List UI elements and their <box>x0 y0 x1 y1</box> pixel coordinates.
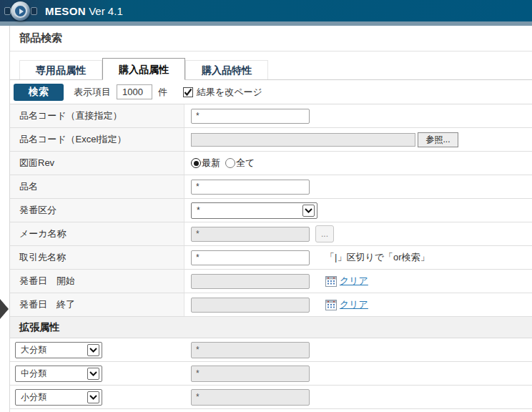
radio-all[interactable] <box>225 158 235 168</box>
tab-strip: 専用品属性 購入品属性 購入品特性 <box>10 52 532 80</box>
clear-start-link[interactable]: クリア <box>340 275 368 288</box>
category-small-value-input <box>191 389 310 406</box>
row-issue-date-end: 発番日 終了 クリア <box>10 293 532 317</box>
category-large-value-input <box>191 342 310 358</box>
name-code-excel-input <box>191 133 415 147</box>
numbering-class-select[interactable]: * <box>191 202 317 219</box>
row-category-small: 小分類 <box>10 386 532 409</box>
field-label: メーカ名称 <box>10 222 184 245</box>
field-label: 発番区分 <box>10 199 184 222</box>
row-drawing-rev: 図面Rev 最新 全て <box>10 152 532 175</box>
search-form: 品名コード（直接指定） 品名コード（Excel指定） 参照... 図面Rev 最… <box>10 104 532 409</box>
field-label: 品名コード（直接指定） <box>10 104 184 127</box>
app-header: MESON Ver 4.1 <box>0 0 532 21</box>
chevron-down-icon <box>87 391 99 403</box>
panel-expand-arrow-icon[interactable] <box>0 299 9 319</box>
chevron-down-icon <box>302 205 315 217</box>
radio-all-label[interactable]: 全て <box>236 157 255 170</box>
tab-dedicated-attributes[interactable]: 専用品属性 <box>19 60 102 79</box>
select-value: 中分類 <box>21 368 46 380</box>
page-title: 部品検索 <box>19 31 62 45</box>
maker-lookup-button[interactable]: ... <box>315 225 334 242</box>
field-label: 図面Rev <box>10 152 184 175</box>
chevron-down-icon <box>87 368 99 380</box>
row-supplier-name: 取引先名称 「|」区切りで「or検索」 <box>10 246 532 270</box>
app-logo-icon <box>4 1 38 21</box>
row-name-code-direct: 品名コード（直接指定） <box>10 104 532 128</box>
clear-end-link[interactable]: クリア <box>340 298 368 311</box>
issue-date-start-input <box>191 274 310 289</box>
browse-button[interactable]: 参照... <box>418 132 458 147</box>
select-value: 大分類 <box>21 344 46 356</box>
app-version: Ver 4.1 <box>89 5 123 17</box>
paginate-label: 結果を改ページ <box>197 86 262 99</box>
unit-label: 件 <box>158 86 167 99</box>
category-medium-select[interactable]: 中分類 <box>15 366 102 382</box>
row-name-code-excel: 品名コード（Excel指定） 参照... <box>10 128 532 152</box>
paginate-checkbox[interactable] <box>183 87 193 97</box>
row-category-medium: 中分類 <box>10 362 532 386</box>
issue-date-end-input <box>191 298 310 313</box>
radio-latest[interactable] <box>191 158 201 168</box>
search-button[interactable]: 検索 <box>14 84 64 101</box>
field-label: 発番日 終了 <box>10 293 184 316</box>
item-name-input[interactable] <box>191 180 310 195</box>
field-label: 発番日 開始 <box>10 270 184 293</box>
row-maker-name: メーカ名称 ... <box>10 222 532 246</box>
logo-left-nub <box>4 7 11 15</box>
logo-right-nub <box>31 7 37 15</box>
app-title: MESON Ver 4.1 <box>45 5 123 17</box>
search-toolbar: 検索 表示項目 件 結果を改ページ <box>10 80 532 104</box>
paginate-checkbox-wrap[interactable]: 結果を改ページ <box>183 86 262 99</box>
app-name: MESON <box>45 5 86 17</box>
category-large-select[interactable]: 大分類 <box>15 342 102 358</box>
play-icon <box>14 4 27 18</box>
calendar-icon[interactable] <box>325 276 337 287</box>
category-small-select[interactable]: 小分類 <box>15 389 102 406</box>
select-value: * <box>197 205 200 215</box>
content-panel: 部品検索 専用品属性 購入品属性 購入品特性 検索 表示項目 件 結果を改ページ <box>9 26 532 412</box>
meson-app-window: MESON Ver 4.1 部品検索 専用品属性 購入品属性 購入品特性 検索 … <box>0 0 532 412</box>
calendar-icon[interactable] <box>325 300 337 310</box>
row-item-name: 品名 <box>10 175 532 199</box>
chevron-down-icon <box>87 344 99 356</box>
extended-attributes-header: 拡張属性 <box>10 317 532 338</box>
tab-purchased-characteristics[interactable]: 購入品特性 <box>185 60 268 79</box>
name-code-direct-input[interactable] <box>191 109 310 124</box>
select-value: 小分類 <box>21 391 46 403</box>
supplier-name-input[interactable] <box>191 250 310 265</box>
row-issue-date-start: 発番日 開始 クリア <box>10 270 532 293</box>
or-search-hint: 「|」区切りで「or検索」 <box>325 251 430 264</box>
row-numbering-class: 発番区分 * <box>10 199 532 222</box>
drawing-rev-radio-group: 最新 全て <box>191 157 260 170</box>
row-category-large: 大分類 <box>10 338 532 362</box>
display-items-label: 表示項目 <box>74 86 111 99</box>
maker-name-input <box>191 227 310 242</box>
page-title-row: 部品検索 <box>10 26 532 52</box>
field-label: 品名コード（Excel指定） <box>10 128 184 151</box>
field-label: 取引先名称 <box>10 246 184 269</box>
display-items-input[interactable] <box>117 84 152 99</box>
tab-purchased-attributes[interactable]: 購入品属性 <box>102 58 185 80</box>
radio-latest-label[interactable]: 最新 <box>202 157 220 170</box>
field-label: 品名 <box>10 175 184 198</box>
category-medium-value-input <box>191 366 310 382</box>
checkmark-icon <box>184 88 192 97</box>
